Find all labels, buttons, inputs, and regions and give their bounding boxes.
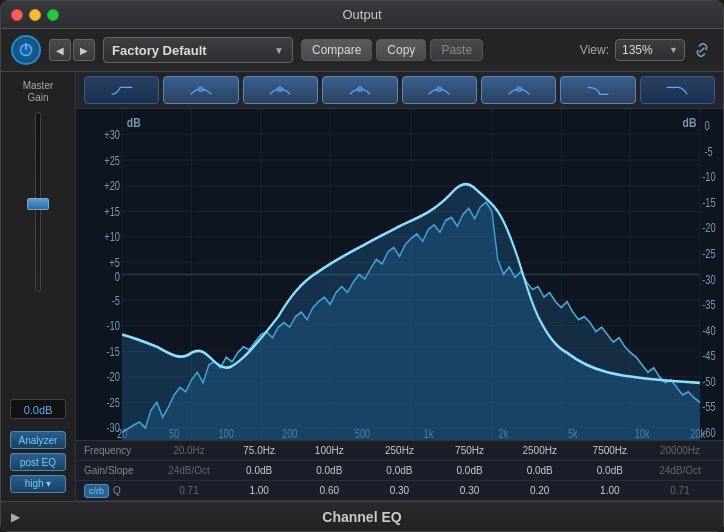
band-button-2[interactable] xyxy=(163,76,238,104)
svg-text:-20: -20 xyxy=(107,370,120,383)
gain-val-6: 0.0dB xyxy=(505,465,575,476)
bottom-bar: ▶ Channel EQ xyxy=(1,501,723,531)
svg-text:0: 0 xyxy=(705,119,710,132)
svg-text:0: 0 xyxy=(115,269,120,282)
freq-val-6: 2500Hz xyxy=(505,445,575,456)
svg-text:-45: -45 xyxy=(702,349,715,362)
svg-text:-25: -25 xyxy=(702,247,715,260)
q-row: c/rb Q 0.71 1.00 0.60 0.30 0.30 0.20 1.0… xyxy=(76,481,723,501)
gain-slope-label: Gain/Slope xyxy=(84,465,154,476)
q-val-3: 0.60 xyxy=(294,485,364,496)
svg-point-5 xyxy=(437,87,442,92)
q-val-4: 0.30 xyxy=(364,485,434,496)
band-button-4[interactable] xyxy=(322,76,397,104)
svg-point-4 xyxy=(357,87,362,92)
expand-arrow-icon[interactable]: ▶ xyxy=(11,510,20,524)
freq-val-1: 20.0Hz xyxy=(154,445,224,456)
svg-text:-50: -50 xyxy=(702,375,715,388)
svg-text:-10: -10 xyxy=(702,170,715,183)
band-button-5[interactable] xyxy=(402,76,477,104)
freq-val-3: 100Hz xyxy=(294,445,364,456)
preset-name: Factory Default xyxy=(112,43,207,58)
gain-val-4: 0.0dB xyxy=(364,465,434,476)
paste-button[interactable]: Paste xyxy=(430,39,483,61)
chain-link-icon[interactable] xyxy=(691,39,713,61)
nav-buttons: ◀ ▶ xyxy=(49,39,95,61)
svg-text:+25: +25 xyxy=(104,153,120,166)
analyzer-button[interactable]: Analyzer xyxy=(10,431,66,449)
traffic-lights xyxy=(11,9,59,21)
svg-text:-30: -30 xyxy=(702,272,715,285)
close-button[interactable] xyxy=(11,9,23,21)
q-toggle-button[interactable]: c/rb xyxy=(84,484,109,498)
gain-val-1: 24dB/Oct xyxy=(154,465,224,476)
band-button-7[interactable] xyxy=(560,76,635,104)
svg-point-2 xyxy=(198,87,203,92)
band-button-8[interactable] xyxy=(640,76,715,104)
plugin-title: Channel EQ xyxy=(322,509,401,525)
gain-slope-row: Gain/Slope 24dB/Oct 0.0dB 0.0dB 0.0dB 0.… xyxy=(76,461,723,481)
master-gain-label: MasterGain xyxy=(23,80,54,104)
freq-val-8: 20000Hz xyxy=(645,445,715,456)
q-val-6: 0.20 xyxy=(505,485,575,496)
power-button[interactable] xyxy=(11,35,41,65)
maximize-button[interactable] xyxy=(47,9,59,21)
copy-button[interactable]: Copy xyxy=(376,39,426,61)
svg-text:dB: dB xyxy=(683,115,697,131)
svg-text:-20: -20 xyxy=(702,221,715,234)
svg-text:-55: -55 xyxy=(702,400,715,413)
gain-val-7: 0.0dB xyxy=(575,465,645,476)
q-val-2: 1.00 xyxy=(224,485,294,496)
compare-button[interactable]: Compare xyxy=(301,39,372,61)
nav-prev-button[interactable]: ◀ xyxy=(49,39,71,61)
svg-point-3 xyxy=(278,87,283,92)
chevron-down-icon: ▼ xyxy=(274,45,284,56)
preset-dropdown[interactable]: Factory Default ▼ xyxy=(103,37,293,63)
svg-text:-5: -5 xyxy=(112,293,120,306)
svg-text:+20: +20 xyxy=(104,179,120,192)
svg-text:-40: -40 xyxy=(702,323,715,336)
svg-text:+15: +15 xyxy=(104,205,120,218)
left-sidebar: MasterGain 0.0dB Analyzer post EQ high ▾ xyxy=(1,72,76,501)
title-bar: Output xyxy=(1,1,723,29)
nav-next-button[interactable]: ▶ xyxy=(73,39,95,61)
svg-text:+5: +5 xyxy=(109,256,120,269)
frequency-row: Frequency 20.0Hz 75.0Hz 100Hz 250Hz 750H… xyxy=(76,441,723,461)
svg-text:-15: -15 xyxy=(107,345,120,358)
minimize-button[interactable] xyxy=(29,9,41,21)
controls-bar: ◀ ▶ Factory Default ▼ Compare Copy Paste… xyxy=(1,29,723,72)
post-eq-button[interactable]: post EQ xyxy=(10,453,66,471)
chevron-down-icon: ▼ xyxy=(669,45,678,55)
param-area: Frequency 20.0Hz 75.0Hz 100Hz 250Hz 750H… xyxy=(76,440,723,501)
band-button-6[interactable] xyxy=(481,76,556,104)
q-val-5: 0.30 xyxy=(435,485,505,496)
gain-val-5: 0.0dB xyxy=(435,465,505,476)
q-val-1: 0.71 xyxy=(154,485,224,496)
q-val-8: 0.71 xyxy=(645,485,715,496)
q-values: 0.71 1.00 0.60 0.30 0.30 0.20 1.00 0.71 xyxy=(154,485,715,496)
master-gain-fader-handle[interactable] xyxy=(27,198,49,210)
high-dropdown[interactable]: high ▾ xyxy=(10,475,66,493)
svg-text:+30: +30 xyxy=(104,128,120,141)
band-button-3[interactable] xyxy=(243,76,318,104)
window-title: Output xyxy=(342,7,381,22)
gain-slope-values: 24dB/Oct 0.0dB 0.0dB 0.0dB 0.0dB 0.0dB 0… xyxy=(154,465,715,476)
freq-val-5: 750Hz xyxy=(435,445,505,456)
view-dropdown[interactable]: 135% ▼ xyxy=(615,39,685,61)
band-button-1[interactable] xyxy=(84,76,159,104)
freq-val-2: 75.0Hz xyxy=(224,445,294,456)
freq-val-4: 250Hz xyxy=(364,445,434,456)
svg-text:-35: -35 xyxy=(702,298,715,311)
gain-val-3: 0.0dB xyxy=(294,465,364,476)
fader-container xyxy=(5,112,71,391)
svg-text:dB: dB xyxy=(127,115,141,131)
q-val-7: 1.00 xyxy=(575,485,645,496)
eq-graph[interactable]: +30 +25 +20 +15 +10 +5 0 -5 -10 -15 -20 … xyxy=(76,109,723,440)
gain-val-2: 0.0dB xyxy=(224,465,294,476)
view-section: View: 135% ▼ xyxy=(580,39,713,61)
svg-text:-25: -25 xyxy=(107,396,120,409)
svg-text:+10: +10 xyxy=(104,230,120,243)
view-label: View: xyxy=(580,43,609,57)
svg-text:-5: -5 xyxy=(705,144,713,157)
band-buttons xyxy=(76,72,723,109)
